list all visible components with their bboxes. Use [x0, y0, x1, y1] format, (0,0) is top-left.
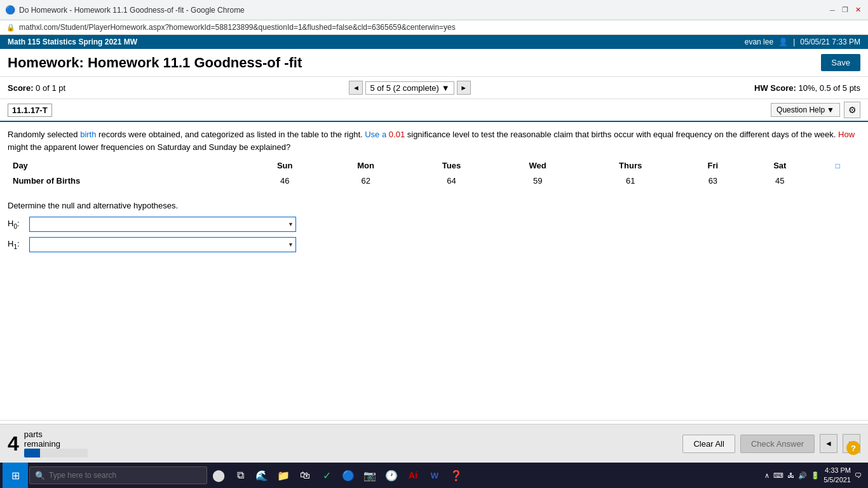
score-bar: Score: 0 of 1 pt ◄ 5 of 5 (2 complete) ▼…	[0, 77, 868, 99]
next-question-button[interactable]: ►	[457, 81, 471, 95]
sun-value: 46	[245, 173, 324, 189]
h1-dropdown-wrapper	[29, 237, 296, 252]
browser-title-text: Do Homework - Homework 11.1 Goodness-of …	[19, 6, 245, 15]
thurs-value: 61	[580, 173, 681, 189]
settings-button[interactable]: ⚙	[844, 102, 860, 118]
hw-score-label: HW Score:	[754, 83, 796, 93]
sat-value: 45	[745, 173, 815, 189]
tues-header: Tues	[407, 158, 496, 173]
text-part2: records were obtained, and categorized a…	[96, 130, 365, 139]
score-label: Score:	[8, 83, 33, 93]
h0-dropdown-wrapper	[29, 217, 296, 232]
gear-icon: ⚙	[848, 105, 857, 115]
separator: |	[793, 37, 795, 46]
question-help-area: Question Help ▼ ⚙	[771, 102, 860, 118]
homework-title-bar: Homework: Homework 11.1 Goodness-of -fit…	[0, 49, 868, 77]
wed-header: Wed	[496, 158, 580, 173]
h0-label: H0:	[8, 219, 25, 230]
username: evan lee	[745, 37, 773, 46]
number-of-births-label: Number of Births	[8, 173, 245, 189]
hw-score-value: 10%, 0.5 of 5 pts	[798, 83, 860, 93]
sig-level-text: 0.01	[389, 130, 405, 139]
help-arrow-icon: ▼	[827, 105, 834, 114]
text-part3: significance level to test the reasonabl…	[405, 130, 838, 139]
table-scroll-icon[interactable]: □	[836, 161, 840, 170]
table-data-row: Number of Births 46 62 64 59 61 63 45	[8, 173, 860, 189]
birth-text: birth	[80, 130, 96, 139]
dropdown-arrow-icon: ▼	[442, 83, 450, 93]
user-info: evan lee 👤 | 05/05/21 7:33 PM	[745, 37, 860, 46]
score-left: Score: 0 of 1 pt	[8, 83, 65, 93]
question-id-bar: 11.1.17-T Question Help ▼ ⚙	[0, 99, 868, 122]
h0-row: H0:	[8, 217, 860, 232]
browser-title: 🔵 Do Homework - Homework 11.1 Goodness-o…	[5, 5, 245, 15]
browser-title-bar: 🔵 Do Homework - Homework 11.1 Goodness-o…	[0, 0, 868, 20]
wed-value: 59	[496, 173, 580, 189]
maximize-button[interactable]: ❐	[840, 5, 850, 15]
h1-row: H1:	[8, 237, 860, 252]
table-header-row: Day Sun Mon Tues Wed Thurs Fri Sat □	[8, 158, 860, 173]
scroll-icon-cell: □	[815, 158, 860, 173]
thurs-header: Thurs	[580, 158, 681, 173]
save-button[interactable]: Save	[821, 54, 860, 71]
hypothesis-section: Determine the null and alternative hypot…	[0, 194, 868, 264]
h1-dropdown[interactable]	[29, 237, 296, 252]
question-id: 11.1.17-T	[8, 104, 52, 117]
close-button[interactable]: ✕	[853, 5, 863, 15]
url-text[interactable]: mathxl.com/Student/PlayerHomework.aspx?h…	[19, 23, 862, 32]
user-icon: 👤	[778, 37, 788, 46]
homework-title: Homework: Homework 11.1 Goodness-of -fit	[8, 55, 302, 71]
hw-score: HW Score: 10%, 0.5 of 5 pts	[754, 83, 860, 93]
use-text: Use a	[365, 130, 389, 139]
fri-header: Fri	[681, 158, 745, 173]
minimize-button[interactable]: ─	[827, 5, 837, 15]
question-help-label: Question Help	[776, 105, 825, 114]
question-paragraph: Randomly selected birth records were obt…	[8, 128, 860, 153]
sun-header: Sun	[245, 158, 324, 173]
question-position-dropdown[interactable]: 5 of 5 (2 complete) ▼	[365, 81, 454, 95]
score-nav: ◄ 5 of 5 (2 complete) ▼ ►	[349, 81, 470, 95]
how-text: How	[838, 130, 855, 139]
position-text: 5 of 5 (2 complete)	[370, 83, 438, 93]
mon-value: 62	[324, 173, 407, 189]
h1-label: H1:	[8, 239, 25, 250]
mon-header: Mon	[324, 158, 407, 173]
day-label: Day	[8, 158, 245, 173]
birth-data-table: Day Sun Mon Tues Wed Thurs Fri Sat □ Num…	[8, 158, 860, 188]
text-part1: Randomly selected	[8, 130, 80, 139]
determine-text: Determine the null and alternative hypot…	[8, 201, 860, 210]
datetime: 05/05/21 7:33 PM	[800, 37, 860, 46]
chrome-favicon: 🔵	[5, 5, 15, 15]
text-part4: might the apparent lower frequencies on …	[8, 142, 290, 152]
window-controls: ─ ❐ ✕	[827, 5, 863, 15]
fri-value: 63	[681, 173, 745, 189]
tues-value: 64	[407, 173, 496, 189]
sat-header: Sat	[745, 158, 815, 173]
empty-cell	[815, 173, 860, 189]
course-title: Math 115 Statistics Spring 2021 MW	[8, 37, 137, 46]
prev-question-button[interactable]: ◄	[349, 81, 363, 95]
question-content: Randomly selected birth records were obt…	[0, 122, 868, 194]
app-header: Math 115 Statistics Spring 2021 MW evan …	[0, 35, 868, 49]
question-help-button[interactable]: Question Help ▼	[771, 103, 840, 117]
score-value: 0 of 1 pt	[36, 83, 65, 93]
lock-icon: 🔒	[6, 24, 15, 32]
address-bar: 🔒 mathxl.com/Student/PlayerHomework.aspx…	[0, 20, 868, 35]
h0-dropdown[interactable]	[29, 217, 296, 232]
